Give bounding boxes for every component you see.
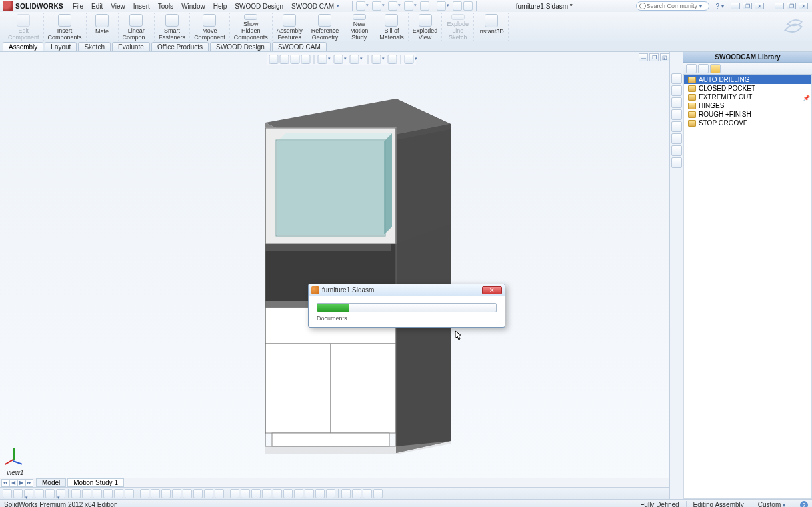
zoom-to-area-button[interactable] <box>280 55 289 64</box>
mini-tool-25[interactable] <box>273 489 282 498</box>
tab-first-button[interactable]: ⏮ <box>1 479 9 487</box>
search-box[interactable]: ▾ <box>636 1 709 11</box>
taskpane-swoodcam-icon[interactable] <box>671 145 682 156</box>
mini-tool-20[interactable] <box>215 489 224 498</box>
ribbon-smart-fasteners[interactable]: Smart Fasteners <box>155 13 190 41</box>
sp-toolbar-3[interactable] <box>710 64 721 73</box>
bottom-tab-motion-study[interactable]: Motion Study 1 <box>67 478 124 487</box>
status-units[interactable]: Custom ▾ <box>751 501 796 507</box>
edit-appearance-button[interactable] <box>372 55 381 64</box>
undo-button[interactable] <box>420 1 429 11</box>
menu-edit[interactable]: Edit <box>87 3 107 10</box>
inner-minimize-button[interactable]: — <box>731 3 740 9</box>
ribbon-show-hidden[interactable]: Show Hidden Components <box>230 13 273 41</box>
options2-button[interactable] <box>463 1 473 11</box>
menu-tools[interactable]: Tools <box>154 3 177 10</box>
status-help-icon[interactable]: ? <box>800 501 808 508</box>
section-view-button[interactable] <box>301 55 311 64</box>
tab-last-button[interactable]: ⏭ <box>25 479 33 487</box>
tab-assembly[interactable]: Assembly <box>3 42 43 51</box>
search-input[interactable] <box>646 3 699 9</box>
help-icon[interactable]: ? <box>715 3 719 10</box>
mini-tool-30[interactable] <box>326 489 335 498</box>
ribbon-new-motion-study[interactable]: New Motion Study <box>343 13 375 41</box>
taskpane-resources-icon[interactable] <box>671 73 682 84</box>
menu-insert[interactable]: Insert <box>129 3 154 10</box>
menu-help[interactable]: Help <box>209 3 231 10</box>
dialog-close-button[interactable]: ✕ <box>482 286 502 294</box>
display-style-button[interactable] <box>334 55 343 64</box>
hide-show-button[interactable] <box>350 55 359 64</box>
mini-tool-2[interactable] <box>13 489 23 498</box>
menu-view[interactable]: View <box>107 3 129 10</box>
close-button[interactable]: ✕ <box>799 3 808 9</box>
ribbon-exploded-view[interactable]: Exploded View <box>409 13 443 41</box>
tree-item-closed-pocket[interactable]: CLOSED POCKET <box>684 84 811 93</box>
mini-tool-7[interactable] <box>71 489 81 498</box>
mini-tool-11[interactable] <box>114 489 123 498</box>
taskpane-appearances-icon[interactable] <box>671 121 682 132</box>
ribbon-move-component[interactable]: Move Component <box>190 13 230 41</box>
view-orientation-button[interactable] <box>318 55 327 64</box>
mini-tool-24[interactable] <box>262 489 271 498</box>
ribbon-insert-components[interactable]: Insert Components <box>44 13 87 41</box>
mini-tool-22[interactable] <box>241 489 250 498</box>
mini-tool-34[interactable] <box>373 489 383 498</box>
tree-item-stop-groove[interactable]: STOP GROOVE <box>684 119 811 127</box>
minimize-button[interactable]: — <box>775 3 784 9</box>
mini-tool-21[interactable] <box>230 489 239 498</box>
mini-tool-33[interactable] <box>363 489 372 498</box>
rebuild-button[interactable] <box>437 1 446 11</box>
search-dropdown-icon[interactable]: ▾ <box>699 3 702 9</box>
menu-window[interactable]: Window <box>177 3 209 10</box>
menu-swood-cam[interactable]: SWOOD CAM <box>287 3 338 10</box>
ribbon-mate[interactable]: Mate <box>87 13 119 41</box>
new-document-button[interactable] <box>356 1 365 11</box>
save-button[interactable] <box>388 1 397 11</box>
tab-swood-design[interactable]: SWOOD Design <box>210 42 271 51</box>
mini-tool-8[interactable] <box>82 489 91 498</box>
mini-tool-12[interactable] <box>125 489 134 498</box>
mini-tool-17[interactable] <box>183 489 192 498</box>
tree-item-auto-drilling[interactable]: AUTO DRILLING <box>684 75 811 84</box>
menu-swood-design[interactable]: SWOOD Design <box>231 3 287 10</box>
apply-scene-button[interactable] <box>388 55 397 64</box>
viewport-max-button[interactable]: ❐ <box>649 53 659 61</box>
mini-tool-10[interactable] <box>103 489 113 498</box>
tab-prev-button[interactable]: ◀ <box>9 479 17 487</box>
taskpane-custom-props-icon[interactable] <box>671 133 682 144</box>
help-dropdown-icon[interactable]: ▾ <box>721 3 724 9</box>
mini-tool-3[interactable] <box>24 489 33 498</box>
mini-tool-15[interactable] <box>161 489 171 498</box>
sp-toolbar-1[interactable] <box>686 64 697 73</box>
tab-layout[interactable]: Layout <box>45 42 77 51</box>
tab-swood-cam[interactable]: SWOOD CAM <box>272 42 327 51</box>
tree-item-extremity-cut[interactable]: EXTREMITY CUT <box>684 93 811 101</box>
menu-file[interactable]: File <box>69 3 87 10</box>
mini-tool-31[interactable] <box>341 489 351 498</box>
tree-item-rough-finish[interactable]: ROUGH +FINISH <box>684 110 811 119</box>
mini-tool-6[interactable] <box>56 489 65 498</box>
mini-tool-14[interactable] <box>151 489 160 498</box>
tab-evaluate[interactable]: Evaluate <box>112 42 150 51</box>
viewport-restore-button[interactable]: ◱ <box>660 53 669 61</box>
library-tree[interactable]: AUTO DRILLING CLOSED POCKET EXTREMITY CU… <box>683 75 812 499</box>
viewport-min-button[interactable]: — <box>639 53 648 61</box>
panel-pin-icon[interactable]: 📌 <box>803 95 811 103</box>
mini-tool-13[interactable] <box>140 489 149 498</box>
taskpane-extra-icon[interactable] <box>671 157 682 168</box>
mini-tool-32[interactable] <box>352 489 361 498</box>
taskpane-file-explorer-icon[interactable] <box>671 97 682 108</box>
maximize-button[interactable]: ❐ <box>787 3 796 9</box>
ribbon-linear-component[interactable]: Linear Compon... <box>119 13 155 41</box>
mini-tool-26[interactable] <box>283 489 293 498</box>
mini-tool-18[interactable] <box>193 489 203 498</box>
mini-tool-9[interactable] <box>93 489 102 498</box>
ribbon-edit-component[interactable]: Edit Component <box>4 13 44 41</box>
mini-tool-1[interactable] <box>3 489 12 498</box>
mini-tool-28[interactable] <box>305 489 314 498</box>
mini-tool-27[interactable] <box>294 489 303 498</box>
ribbon-assembly-features[interactable]: Assembly Features <box>273 13 307 41</box>
open-document-button[interactable] <box>372 1 381 11</box>
taskpane-design-library-icon[interactable] <box>671 85 682 96</box>
